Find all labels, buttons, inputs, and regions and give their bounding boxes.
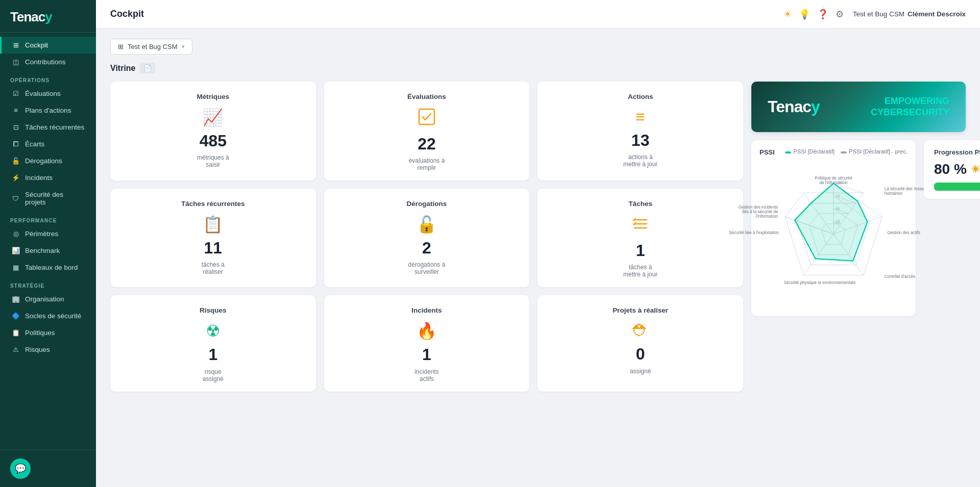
section-label-performance: PERFORMANCE: [0, 211, 96, 225]
derogations-icon: 🔓: [12, 157, 20, 165]
card-number: 2: [422, 239, 431, 257]
help-icon[interactable]: ❓: [817, 9, 828, 20]
svg-text:100: 100: [836, 181, 842, 185]
pssi-header: PSSI PSSI [Déclaratif] PSSI [Déclaratif]…: [760, 148, 908, 156]
card-derogations[interactable]: Dérogations 🔓 2 dérogations àsurveiller: [324, 189, 530, 287]
dashboard-grid: Métriques 📈 485 métriques àsaisir Évalua…: [110, 82, 966, 400]
card-title: Évaluations: [407, 93, 446, 100]
sidebar-item-taches-recurrentes[interactable]: ⊡ Tâches récurrentes: [0, 119, 96, 136]
sidebar-item-politiques[interactable]: 📋 Politiques: [0, 324, 96, 341]
ecarts-icon: ⧠: [12, 140, 20, 148]
sidebar-item-evaluations[interactable]: ☑ Évaluations: [0, 85, 96, 102]
sidebar-item-derogations[interactable]: 🔓 Dérogations: [0, 152, 96, 169]
sidebar-item-incidents[interactable]: ⚡ Incidents: [0, 169, 96, 186]
vitrine-label: Vitrine: [110, 64, 136, 73]
actions-icon: ≡: [635, 108, 645, 126]
chevron-down-icon: ▾: [182, 43, 185, 50]
evaluations-card-icon: [418, 108, 436, 130]
svg-text:Gestion des incidents: Gestion des incidents: [738, 205, 778, 210]
export-icon[interactable]: 📄: [140, 63, 155, 73]
card-evaluations[interactable]: Évaluations 22 évaluations àremplir: [324, 82, 530, 181]
sidebar-item-label: Périmètres: [25, 230, 58, 238]
perimetres-icon: ◎: [12, 230, 20, 238]
sidebar-item-label: Risques: [25, 346, 50, 353]
user-name: Clément Descroix: [908, 10, 966, 18]
progression-value: 80 % ☀: [934, 161, 980, 177]
sidebar-item-perimetres[interactable]: ◎ Périmètres: [0, 225, 96, 242]
incidents-icon: ⚡: [12, 174, 20, 182]
contributions-icon: ◫: [12, 58, 20, 66]
card-number: 22: [418, 135, 436, 153]
svg-text:Sécurité liée à l'exploitation: Sécurité liée à l'exploitation: [729, 230, 779, 235]
topbar-icons: ☀ 💡 ❓ ⚙: [783, 9, 844, 20]
cards-row-3: Risques ☢ 1 risqueassigné Incidents 🔥 1 …: [110, 295, 743, 391]
card-title: Actions: [628, 93, 653, 100]
logo-text: Tenacy: [10, 9, 86, 25]
progression-bar-fill: [934, 183, 980, 191]
svg-text:50: 50: [836, 207, 840, 211]
sidebar-item-label: Plans d'actions: [25, 107, 71, 114]
org-dropdown[interactable]: ⊞ Test et Bug CSM ▾: [110, 39, 192, 55]
risques-card-icon: ☢: [206, 321, 220, 341]
legend-gray-dot: [841, 151, 847, 153]
evaluations-icon: ☑: [12, 90, 20, 97]
progression-title: Progression PSSI: [934, 148, 980, 156]
right-panel: Tenacy EMPOWERING CYBERSECURITY PSSI PSS…: [751, 82, 966, 316]
card-incidents[interactable]: Incidents 🔥 1 incidentsactifs: [324, 295, 530, 391]
sidebar-item-label: Évaluations: [25, 90, 61, 97]
section-label-operations: OPÉRATIONS: [0, 70, 96, 85]
sidebar-item-organisation[interactable]: 🏢 Organisation: [0, 291, 96, 307]
card-subtitle: tâches àmettre à jour: [623, 264, 657, 278]
card-taches-recurrentes[interactable]: Tâches récurrentes 📋 11 tâches àréaliser: [110, 189, 316, 287]
sidebar-item-label: Écarts: [25, 140, 44, 148]
chat-button[interactable]: 💬: [10, 458, 31, 479]
sidebar-item-contributions[interactable]: ◫ Contributions: [0, 54, 96, 70]
settings-icon[interactable]: ⚙: [836, 9, 844, 20]
sidebar: Tenacy ⊞ Cockpit ◫ Contributions OPÉRATI…: [0, 0, 96, 487]
svg-text:Politique de sécurité: Politique de sécurité: [815, 176, 852, 181]
pssi-legend: PSSI [Déclaratif] PSSI [Déclaratif] - pr…: [785, 148, 908, 155]
banner-tagline: EMPOWERING CYBERSECURITY: [871, 96, 949, 118]
sidebar-item-socles[interactable]: 🔷 Socles de sécurité: [0, 307, 96, 324]
content: ⊞ Test et Bug CSM ▾ Vitrine 📄 Métriques …: [96, 29, 980, 487]
sidebar-item-benchmark[interactable]: 📊 Benchmark: [0, 242, 96, 259]
svg-text:l'information: l'information: [756, 214, 778, 219]
card-number: 1: [208, 346, 217, 364]
section-label-strategie: STRATÉGIE: [0, 276, 96, 291]
svg-rect-0: [419, 109, 434, 124]
banner-logo: Tenacy: [768, 97, 820, 116]
sidebar-item-plans-actions[interactable]: ≡ Plans d'actions: [0, 102, 96, 119]
card-metriques[interactable]: Métriques 📈 485 métriques àsaisir: [110, 82, 316, 181]
card-taches[interactable]: Tâches 1 tâches àmettre à jour: [537, 189, 743, 287]
sidebar-item-cockpit[interactable]: ⊞ Cockpit: [0, 37, 96, 54]
progression-bar: [934, 183, 980, 191]
card-number: 485: [200, 132, 227, 150]
svg-text:Gestion des actifs: Gestion des actifs: [887, 230, 920, 235]
politiques-icon: 📋: [12, 329, 20, 337]
sidebar-footer: 💬: [0, 450, 96, 487]
card-risques[interactable]: Risques ☢ 1 risqueassigné: [110, 295, 316, 391]
incidents-card-icon: 🔥: [416, 321, 437, 341]
risques-icon: ⚠: [12, 346, 20, 353]
svg-text:Contrôle d'accès: Contrôle d'accès: [885, 274, 915, 279]
banner: Tenacy EMPOWERING CYBERSECURITY: [751, 82, 966, 132]
sidebar-item-tableaux-bord[interactable]: ▦ Tableaux de bord: [0, 259, 96, 276]
sun-icon[interactable]: ☀: [783, 9, 792, 20]
cards-column: Métriques 📈 485 métriques àsaisir Évalua…: [110, 82, 743, 392]
dropdown-icon: ⊞: [118, 43, 124, 50]
bulb-icon[interactable]: 💡: [799, 9, 810, 20]
sidebar-item-ecarts[interactable]: ⧠ Écarts: [0, 136, 96, 152]
securite-icon: 🛡: [12, 195, 20, 202]
card-subtitle: actions àmettre à jour: [623, 153, 657, 168]
metriques-icon: 📈: [203, 108, 223, 127]
progression-sun-icon: ☀: [971, 163, 980, 175]
sidebar-item-label: Dérogations: [25, 157, 62, 165]
sidebar-item-securite-projets[interactable]: 🛡 Sécurité des projets: [0, 186, 96, 211]
card-subtitle: métriques àsaisir: [197, 154, 229, 168]
sidebar-item-risques[interactable]: ⚠ Risques: [0, 341, 96, 358]
card-projets[interactable]: Projets à réaliser ⛑ 0 assigné: [537, 295, 743, 391]
svg-text:humaines: humaines: [885, 191, 902, 196]
card-actions[interactable]: Actions ≡ 13 actions àmettre à jour: [537, 82, 743, 181]
radar-chart: Politique de sécurité de l'information L…: [760, 160, 908, 308]
cards-row-1: Métriques 📈 485 métriques àsaisir Évalua…: [110, 82, 743, 181]
